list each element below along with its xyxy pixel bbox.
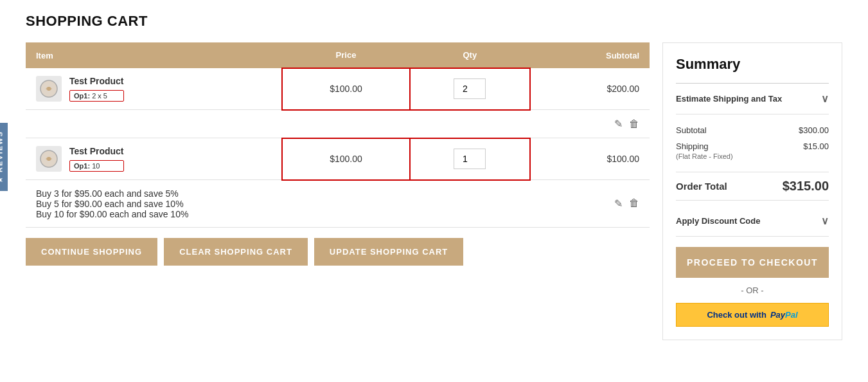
apply-discount-accordion[interactable]: Apply Discount Code ∨ (676, 206, 829, 237)
update-cart-button[interactable]: UPDATE SHOPPING CART (314, 238, 463, 266)
subtotal-cell-2: $100.00 (530, 138, 650, 180)
estimate-shipping-header[interactable]: Estimate Shipping and Tax ∨ (676, 84, 829, 114)
estimate-shipping-accordion: Estimate Shipping and Tax ∨ (676, 83, 829, 114)
promo-line-2: Buy 5 for $90.00 each and save 10% (36, 199, 400, 209)
subtotal-label: Subtotal (676, 125, 707, 135)
qty-cell-1 (410, 68, 529, 110)
paypal-logo: PayPal (770, 310, 798, 320)
option-badge-2: Op1: 10 (69, 160, 124, 172)
qty-cell-2 (410, 138, 529, 180)
estimate-shipping-label: Estimate Shipping and Tax (676, 94, 782, 104)
price-cell-1: $100.00 (282, 68, 410, 110)
svg-point-1 (47, 87, 51, 91)
table-row: Test Product Op1: 2 x 5 $100.00 (26, 68, 650, 110)
shipping-value: $15.00 (803, 141, 829, 151)
product-icon-1 (36, 76, 62, 102)
product-icon-2 (36, 146, 62, 172)
chevron-down-icon: ∨ (821, 93, 829, 105)
order-total-row: Order Total $315.00 (676, 172, 829, 201)
paypal-prefix: Check out with (707, 310, 766, 320)
page-title: SHOPPING CART (26, 13, 842, 30)
paypal-button[interactable]: Check out with PayPal (676, 303, 829, 327)
continue-shopping-button[interactable]: CONTINUE SHOPPING (26, 238, 157, 266)
product-cell-1: Test Product Op1: 2 x 5 (26, 68, 282, 110)
delete-button-1[interactable]: 🗑 (629, 118, 639, 130)
table-row-actions-1: ✎ 🗑 (26, 110, 650, 138)
order-total-value: $315.00 (783, 179, 829, 194)
summary-panel: Summary Estimate Shipping and Tax ∨ Subt… (662, 42, 842, 340)
qty-input-1[interactable] (454, 78, 486, 99)
cart-table: Item Price Qty Subtotal (26, 42, 650, 228)
apply-discount-label: Apply Discount Code (676, 216, 760, 226)
discount-chevron-icon: ∨ (821, 215, 829, 227)
col-price: Price (282, 42, 410, 68)
edit-button-2[interactable]: ✎ (614, 197, 623, 210)
clear-cart-button[interactable]: CLEAR SHOPPING CART (164, 238, 308, 266)
product-info-1: Test Product Op1: 2 x 5 (69, 76, 124, 102)
table-row-2: Test Product Op1: 10 $100.00 (26, 138, 650, 180)
product-cell-2: Test Product Op1: 10 (26, 138, 282, 180)
promo-line-1: Buy 3 for $95.00 each and save 5% (36, 188, 400, 199)
promo-line-3: Buy 10 for $90.00 each and save 10% (36, 209, 400, 219)
reviews-tab[interactable]: ★ REVIEWS (0, 123, 8, 191)
subtotal-cell-1: $200.00 (530, 68, 650, 110)
promo-cell-2: Buy 3 for $95.00 each and save 5% Buy 5 … (26, 180, 410, 228)
col-item: Item (26, 42, 282, 68)
price-cell-2: $100.00 (282, 138, 410, 180)
reviews-tab-label: ★ REVIEWS (0, 131, 4, 183)
qty-input-2[interactable] (454, 149, 486, 169)
product-name-2: Test Product (69, 146, 124, 156)
shipping-sub-label: (Flat Rate - Fixed) (676, 152, 733, 160)
shipping-label: Shipping (676, 141, 709, 151)
summary-rows: Subtotal $300.00 Shipping $15.00 (Flat R… (676, 122, 829, 164)
shipping-row: Shipping $15.00 (Flat Rate - Fixed) (676, 138, 829, 164)
col-qty: Qty (410, 42, 529, 68)
col-subtotal: Subtotal (530, 42, 650, 68)
option-badge-1: Op1: 2 x 5 (69, 90, 124, 102)
subtotal-value: $300.00 (799, 125, 829, 135)
order-total-label: Order Total (676, 181, 727, 192)
cart-actions: CONTINUE SHOPPING CLEAR SHOPPING CART UP… (26, 238, 650, 266)
product-info-2: Test Product Op1: 10 (69, 146, 124, 172)
delete-button-2[interactable]: 🗑 (629, 197, 639, 209)
subtotal-row: Subtotal $300.00 (676, 122, 829, 138)
svg-point-3 (47, 157, 51, 161)
or-divider: - OR - (676, 286, 829, 295)
table-row-promo-2: Buy 3 for $95.00 each and save 5% Buy 5 … (26, 180, 650, 228)
edit-button-1[interactable]: ✎ (614, 118, 623, 130)
checkout-button[interactable]: PROCEED TO CHECKOUT (676, 247, 829, 278)
cart-section: Item Price Qty Subtotal (26, 42, 650, 340)
product-name-1: Test Product (69, 76, 124, 86)
summary-title: Summary (676, 56, 829, 73)
